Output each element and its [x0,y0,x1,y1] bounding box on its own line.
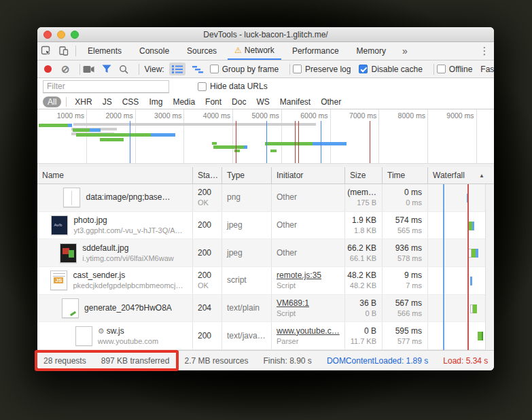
initiator-link[interactable]: VM689:1 [277,298,344,309]
tabs-overflow-button[interactable]: » [397,42,413,60]
type-filter-other[interactable]: Other [321,97,341,107]
size-cell: 0 B11.7 KB [345,322,383,349]
overview-tick-label: 7000 ms [349,111,378,120]
request-row[interactable]: ⚙sw.jswww.youtube.com200text/java…www.yo… [37,322,494,350]
filter-input[interactable] [43,80,169,93]
column-header-status[interactable]: Sta… [193,167,222,183]
request-row[interactable]: cast_sender.jspkedcjkdefgpdelpbcmbmeomcj… [37,267,494,295]
group-by-frame-checkbox[interactable]: Group by frame [210,65,279,74]
request-name-texts: generate_204?bHwO8A [84,303,172,313]
request-name-cell[interactable]: data:image/png;base… [37,184,193,211]
use-request-rows-icon[interactable] [169,63,185,75]
time-total: 574 ms [395,215,422,226]
type-filter-img[interactable]: Img [149,97,162,107]
request-row[interactable]: generate_204?bHwO8A204text/plainVM689:1S… [37,295,494,323]
request-name-cell[interactable]: generate_204?bHwO8A [37,295,193,322]
type-filter-all[interactable]: All [43,97,61,107]
initiator-link[interactable]: remote.js:35 [277,270,344,281]
column-header-size[interactable]: Size [345,167,383,183]
domcontentloaded-event-line [130,121,130,163]
offline-checkbox[interactable]: Offline [437,65,472,74]
overview-request-bar [313,142,347,145]
request-name-cell[interactable]: photo.jpgyt3.ggpht.com/-vu_v-hJT-3Q/A… [37,212,193,239]
status-cell: 200 [193,239,222,266]
column-header-name[interactable]: Name [37,167,193,183]
column-header-initiator[interactable]: Initiator [272,167,345,183]
type-filter-media[interactable]: Media [173,97,195,107]
overview-request-bar [270,150,277,152]
checkbox-label: Hide data URLs [210,82,268,91]
tab-sources[interactable]: Sources [180,42,224,60]
overview-request-bar [76,133,151,137]
status-code: 200 [198,220,221,230]
use-overview-icon[interactable] [190,63,206,75]
initiator-link[interactable]: www.youtube.c… [277,326,344,336]
request-row[interactable]: photo.jpgyt3.ggpht.com/-vu_v-hJT-3Q/A…20… [37,212,494,240]
clear-network-log-icon[interactable]: ⊘ [61,64,70,74]
load-event-line [370,121,370,163]
devtools-menu-icon[interactable]: ⋮ [475,42,494,60]
type-filter-js[interactable]: JS [103,97,112,107]
tab-memory[interactable]: Memory [350,42,393,60]
type-filter-manifest[interactable]: Manifest [280,97,311,107]
network-throttling-select[interactable]: Fas [480,65,494,74]
waterfall-bar [482,332,483,340]
request-name-texts: ⚙sw.jswww.youtube.com [98,326,158,346]
time-total: 936 ms [395,243,422,253]
screenshot-capture-icon[interactable] [83,65,94,73]
request-name-cell[interactable]: cast_sender.jspkedcjkdefgpdelpbcmbmeomcj… [37,267,193,294]
device-toolbar-icon[interactable] [55,42,73,60]
type-cell: png [222,184,272,211]
tab-console[interactable]: Console [132,42,176,60]
time-cell: 0 ms0 ms [383,184,428,211]
toolbar-divider [79,64,80,75]
record-network-log-button[interactable] [44,65,52,73]
column-header-time[interactable]: Time [383,167,428,183]
preserve-log-checkbox[interactable]: Preserve log [293,65,351,74]
window-title: DevTools - luck-bacon-1.glitch.me/ [37,30,494,39]
checkbox-box[interactable] [437,65,446,73]
request-name-cell[interactable]: ⚙sw.jswww.youtube.com [37,322,193,349]
checkbox-label: Group by frame [222,65,279,74]
column-header-type[interactable]: Type [222,167,272,183]
request-name-texts: data:image/png;base… [86,192,170,203]
overview-gridline [232,109,233,163]
time-cell: 9 ms7 ms [383,267,428,294]
tab-elements[interactable]: Elements [81,42,128,60]
domcontentloaded-event-line [266,121,267,163]
waterfall-scroll-strip[interactable] [485,184,494,350]
status-code: 200 [198,188,221,198]
type-filter-font[interactable]: Font [205,97,221,107]
request-row[interactable]: data:image/png;base…200OKpngOther(mem…17… [37,184,494,212]
tab-performance[interactable]: Performance [285,42,346,60]
network-overview-timeline[interactable]: 1000 ms2000 ms3000 ms4000 ms5000 ms6000 … [37,109,494,167]
checkbox-box[interactable] [293,65,302,73]
inspect-element-icon[interactable] [37,42,55,60]
type-filter-css[interactable]: CSS [122,97,139,107]
checkbox-box[interactable] [359,65,368,73]
column-header-waterfall[interactable]: Waterfall ▲ [428,167,494,183]
overview-tick-label: 1000 ms [57,111,86,120]
type-filter-xhr[interactable]: XHR [75,97,92,107]
request-name-texts: sddefault.jpgi.ytimg.com/vi/6lfaiXM6waw [82,243,173,263]
load-event-line [236,121,236,163]
disable-cache-checkbox[interactable]: Disable cache [359,65,422,74]
checkbox-box[interactable] [198,82,207,91]
request-row[interactable]: sddefault.jpgi.ytimg.com/vi/6lfaiXM6waw2… [37,239,494,267]
hide-data-urls-checkbox[interactable]: Hide data URLs [198,82,268,91]
overview-tick-label: 6000 ms [300,111,330,120]
filter-funnel-icon[interactable] [102,65,111,73]
sort-ascending-icon[interactable]: ▲ [479,173,484,179]
network-toolbar: ⊘ View: Group by frame Preserve log [37,60,494,78]
request-name-cell[interactable]: sddefault.jpgi.ytimg.com/vi/6lfaiXM6waw [37,239,193,266]
overview-request-bar [73,128,90,132]
checkbox-box[interactable] [210,65,219,73]
image-file-icon [63,188,80,207]
time-total: 9 ms [404,270,422,281]
type-filter-doc[interactable]: Doc [232,97,246,107]
search-icon[interactable] [119,65,128,74]
type-filter-ws[interactable]: WS [256,97,269,107]
window-titlebar[interactable]: DevTools - luck-bacon-1.glitch.me/ [37,27,494,42]
tab-network[interactable]: ⚠Network [228,42,281,60]
resource-type-filters: AllXHRJSCSSImgMediaFontDocWSManifestOthe… [37,94,494,109]
